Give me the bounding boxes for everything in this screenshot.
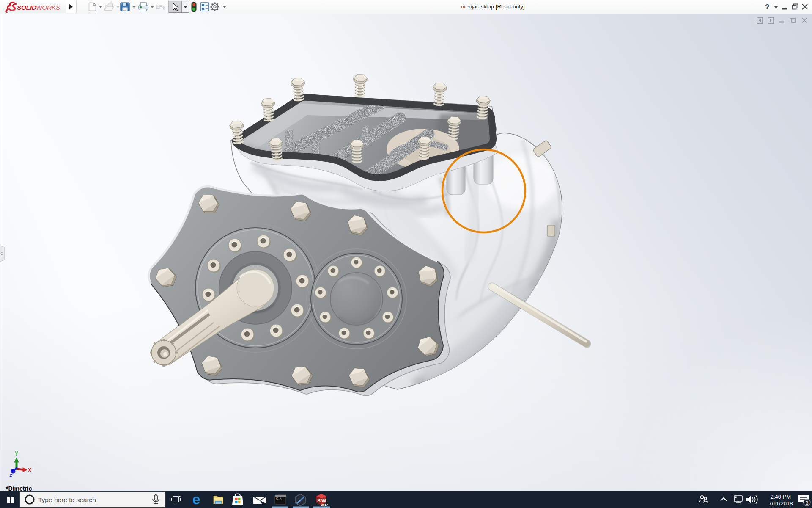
svg-text:7/11/2018: 7/11/2018 xyxy=(769,500,793,507)
svg-text:Type here to search: Type here to search xyxy=(38,496,96,503)
svg-text:?: ? xyxy=(765,3,769,11)
svg-text:2017: 2017 xyxy=(321,503,328,507)
svg-text:3: 3 xyxy=(806,500,809,506)
svg-text:2:40 PM: 2:40 PM xyxy=(771,494,791,500)
svg-text:S: S xyxy=(317,498,321,504)
svg-text:e: e xyxy=(192,491,200,507)
svg-text:C:\_: C:\_ xyxy=(276,497,284,500)
svg-text:*Dimetric: *Dimetric xyxy=(6,485,32,491)
